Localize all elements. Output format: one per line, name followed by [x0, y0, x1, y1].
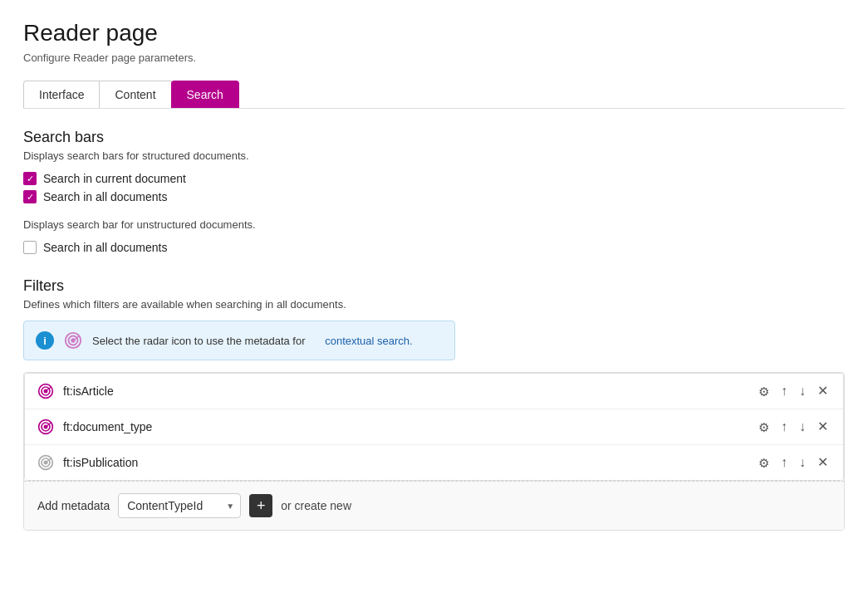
filter-down-btn-1[interactable]: ↓ — [796, 383, 809, 399]
filters-container: ft:isArticle ⚙ ↑ ↓ ✕ — [23, 372, 845, 531]
filter-up-btn-2[interactable]: ↑ — [777, 419, 791, 435]
filter-radar-icon-3[interactable] — [37, 453, 55, 472]
filter-actions-3: ⚙ ↑ ↓ ✕ — [755, 454, 831, 471]
filters-desc: Defines which filters are available when… — [23, 298, 845, 311]
filter-actions-2: ⚙ ↑ ↓ ✕ — [755, 419, 831, 435]
filter-up-btn-1[interactable]: ↑ — [777, 383, 791, 399]
checkbox-search-all-structured-label: Search in all documents — [43, 190, 167, 203]
checkbox-search-current[interactable]: Search in current document — [23, 172, 845, 185]
metadata-select-wrapper: ContentTypeId ft:isArticle ft:document_t… — [118, 493, 241, 518]
filter-gear-btn-2[interactable]: ⚙ — [755, 419, 772, 435]
page-subtitle: Configure Reader page parameters. — [23, 51, 845, 64]
filters-section: Filters Defines which filters are availa… — [23, 277, 845, 531]
filter-name-1: ft:isArticle — [63, 384, 747, 398]
filter-name-3: ft:isPublication — [63, 456, 747, 469]
filter-down-btn-3[interactable]: ↓ — [796, 454, 809, 471]
add-metadata-row: Add metadata ContentTypeId ft:isArticle … — [24, 481, 844, 530]
filter-close-btn-2[interactable]: ✕ — [814, 419, 831, 435]
checkbox-search-current-label: Search in current document — [43, 172, 186, 185]
tab-interface[interactable]: Interface — [23, 81, 100, 108]
info-text: Select the radar icon to use the metadat… — [92, 335, 306, 347]
search-bars-section: Search bars Displays search bars for str… — [23, 129, 845, 254]
checkbox-search-all-structured[interactable]: Search in all documents — [23, 190, 845, 203]
filter-close-btn-1[interactable]: ✕ — [814, 383, 831, 399]
tab-bar: Interface Content Search — [23, 81, 845, 109]
checkbox-search-all-unstructured[interactable]: Search in all documents — [23, 241, 845, 254]
filter-name-2: ft:document_type — [63, 420, 747, 433]
filter-radar-icon-2[interactable] — [37, 418, 55, 436]
tab-search[interactable]: Search — [171, 81, 239, 108]
filter-row-1: ft:isArticle ⚙ ↑ ↓ ✕ — [25, 374, 843, 409]
tab-content[interactable]: Content — [99, 81, 171, 108]
search-bars-title: Search bars — [23, 129, 845, 146]
add-metadata-button[interactable]: + — [249, 494, 272, 517]
filter-up-btn-3[interactable]: ↑ — [777, 454, 791, 471]
unstructured-desc: Displays search bar for unstructured doc… — [23, 218, 845, 231]
filters-title: Filters — [23, 277, 845, 295]
add-metadata-label: Add metadata — [37, 499, 110, 512]
contextual-search-link[interactable]: contextual search. — [325, 335, 413, 347]
checkbox-search-all-unstructured-label: Search in all documents — [43, 241, 167, 254]
checkbox-search-all-unstructured-icon[interactable] — [23, 241, 37, 254]
checkbox-search-all-structured-icon[interactable] — [23, 190, 37, 203]
filter-close-btn-3[interactable]: ✕ — [814, 454, 831, 471]
filter-down-btn-2[interactable]: ↓ — [796, 419, 809, 435]
filter-radar-icon-1[interactable] — [37, 382, 55, 400]
info-banner: i Select the radar icon to use the metad… — [23, 321, 455, 360]
filter-actions-1: ⚙ ↑ ↓ ✕ — [755, 383, 831, 399]
or-create-text: or create new — [281, 499, 351, 512]
metadata-select[interactable]: ContentTypeId ft:isArticle ft:document_t… — [118, 493, 241, 518]
filter-row-2: ft:document_type ⚙ ↑ ↓ ✕ — [25, 409, 843, 445]
radar-icon[interactable] — [62, 330, 84, 351]
checkbox-search-current-icon[interactable] — [23, 172, 37, 185]
structured-desc: Displays search bars for structured docu… — [23, 149, 845, 162]
filter-gear-btn-1[interactable]: ⚙ — [755, 384, 772, 399]
info-icon: i — [36, 331, 54, 350]
page-title: Reader page — [23, 20, 845, 47]
filters-list: ft:isArticle ⚙ ↑ ↓ ✕ — [24, 373, 844, 481]
filter-gear-btn-3[interactable]: ⚙ — [755, 455, 772, 471]
filter-row-3: ft:isPublication ⚙ ↑ ↓ ✕ — [25, 445, 843, 480]
